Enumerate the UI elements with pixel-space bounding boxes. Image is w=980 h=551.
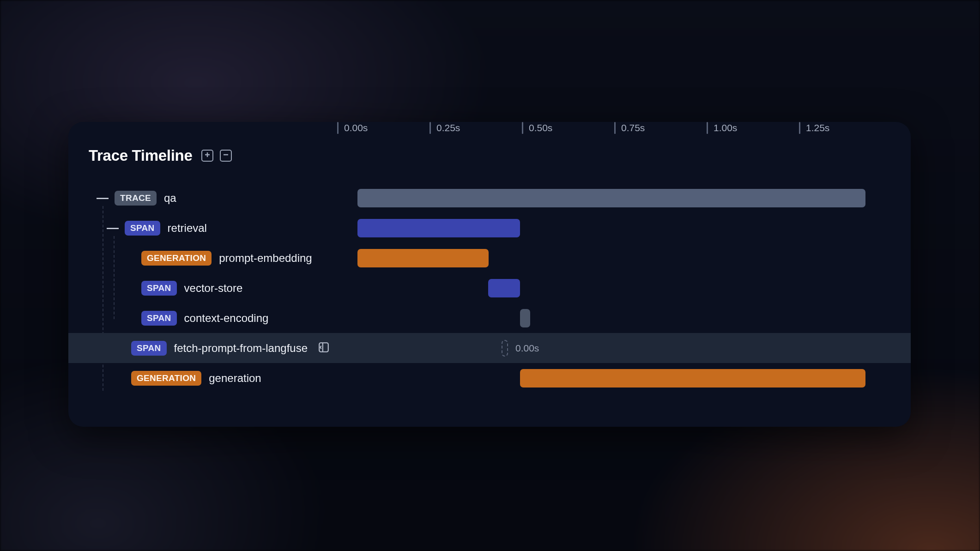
panel-header: Trace Timeline 0.00s 0.25s 0.50s 0.75s 1…: [89, 147, 890, 164]
duration-label: 0.00s: [515, 343, 539, 354]
trace-row-context-encoding[interactable]: SPAN context-encoding: [89, 303, 890, 333]
timeline-bar[interactable]: [357, 189, 865, 207]
timeline-rows: — TRACE qa — SPAN retrieval GENERATION p…: [89, 183, 890, 393]
trace-row-vector-store[interactable]: SPAN vector-store: [89, 273, 890, 303]
axis-tick: 1.00s: [707, 122, 799, 134]
kind-badge: GENERATION: [131, 371, 201, 386]
axis-tick: 1.25s: [799, 122, 891, 134]
axis-tick: 0.50s: [522, 122, 614, 134]
node-name: retrieval: [168, 222, 207, 235]
timeline-bar[interactable]: [357, 219, 520, 237]
panel-left-open-icon: [318, 341, 330, 355]
axis-tick: 0.00s: [337, 122, 430, 134]
timeline-bar[interactable]: [520, 309, 530, 327]
open-detail-button[interactable]: [318, 341, 330, 355]
axis-tick: 0.75s: [614, 122, 707, 134]
collapse-toggle[interactable]: —: [97, 191, 108, 205]
trace-timeline-panel: Trace Timeline 0.00s 0.25s 0.50s 0.75s 1…: [68, 122, 911, 427]
minus-square-icon: [223, 151, 229, 160]
collapse-all-button[interactable]: [220, 150, 232, 162]
timeline-bar[interactable]: [488, 279, 520, 297]
kind-badge: GENERATION: [141, 251, 212, 266]
timeline-bar[interactable]: [357, 249, 489, 267]
expand-all-button[interactable]: [201, 150, 213, 162]
timeline-bar[interactable]: [520, 369, 865, 388]
trace-row-retrieval[interactable]: — SPAN retrieval: [89, 213, 890, 243]
collapse-toggle[interactable]: —: [107, 221, 118, 235]
plus-square-icon: [204, 151, 211, 160]
node-name: generation: [209, 372, 261, 385]
kind-badge: SPAN: [131, 341, 167, 356]
axis-tick: 0.25s: [430, 122, 522, 134]
node-name: qa: [164, 192, 176, 205]
kind-badge: TRACE: [115, 191, 157, 206]
node-name: prompt-embedding: [219, 252, 312, 265]
kind-badge: SPAN: [141, 281, 177, 296]
trace-row-qa[interactable]: — TRACE qa: [89, 183, 890, 213]
node-name: context-encoding: [184, 312, 269, 325]
trace-row-generation[interactable]: GENERATION generation: [89, 363, 890, 393]
kind-badge: SPAN: [141, 311, 177, 326]
kind-badge: SPAN: [125, 221, 160, 236]
trace-row-fetch-prompt-from-langfuse[interactable]: SPAN fetch-prompt-from-langfuse 0.00s: [68, 333, 911, 363]
panel-title: Trace Timeline: [89, 147, 192, 164]
time-axis: 0.00s 0.25s 0.50s 0.75s 1.00s 1.25s: [337, 122, 891, 134]
trace-row-prompt-embedding[interactable]: GENERATION prompt-embedding: [89, 243, 890, 273]
timeline-bar-zero[interactable]: [502, 340, 508, 357]
node-name: vector-store: [184, 282, 243, 295]
node-name: fetch-prompt-from-langfuse: [174, 342, 308, 355]
